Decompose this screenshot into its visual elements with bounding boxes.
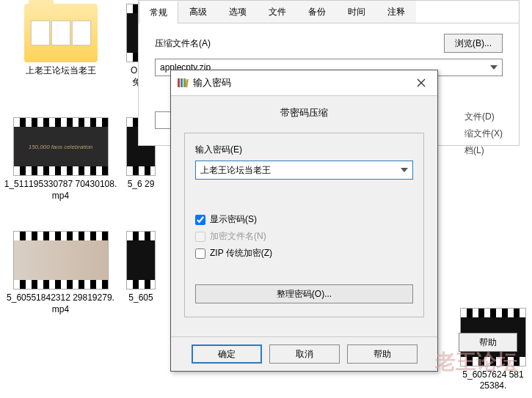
folder-item[interactable]: 上老王论坛当老王	[4, 4, 117, 88]
tab-options[interactable]: 选项	[218, 1, 258, 23]
show-password-checkbox[interactable]	[195, 215, 205, 225]
video-icon	[126, 231, 156, 290]
password-group: 输入密码(E) 显示密码(S) 加密文件名(N) ZIP 传统加密(Z) 整理密…	[184, 133, 424, 317]
dialog-help-button[interactable]: 帮助	[347, 344, 418, 364]
password-label: 输入密码(E)	[195, 144, 413, 156]
item-label: 5_60551842312 29819279.mp4	[4, 292, 117, 315]
cancel-button[interactable]: 取消	[269, 344, 340, 364]
opt-compress: 缩文件(X)	[464, 128, 503, 140]
dialog-title: 输入密码	[193, 76, 407, 89]
close-icon	[417, 78, 426, 87]
zip-legacy-label: ZIP 传统加密(Z)	[210, 247, 272, 259]
books-icon	[177, 77, 189, 89]
show-password-label: 显示密码(S)	[210, 213, 257, 226]
opt-files: 文件(D)	[464, 111, 503, 123]
tab-comment[interactable]: 注释	[376, 1, 416, 23]
close-button[interactable]	[411, 75, 431, 91]
video-icon: 150,000 fans celebration	[13, 117, 109, 176]
tab-files[interactable]: 文件	[258, 1, 297, 23]
opt-archive: 档(L)	[464, 144, 503, 157]
tab-backup[interactable]: 备份	[297, 1, 337, 23]
encrypt-names-checkbox	[195, 232, 205, 242]
organize-passwords-button[interactable]: 整理密码(O)...	[195, 284, 413, 303]
right-options: 文件(D) 缩文件(X) 档(L)	[464, 111, 503, 157]
tab-advanced[interactable]: 高级	[178, 1, 218, 23]
zip-legacy-checkbox[interactable]	[195, 248, 205, 259]
dialog-subtitle: 带密码压缩	[184, 106, 424, 119]
tab-general[interactable]: 常规	[139, 1, 178, 23]
archive-help-button[interactable]: 帮助	[459, 333, 517, 352]
ok-button[interactable]: 确定	[192, 344, 262, 364]
zip-legacy-row[interactable]: ZIP 传统加密(Z)	[195, 247, 413, 259]
svg-rect-0	[178, 78, 180, 87]
folder-icon	[24, 4, 98, 62]
video-item[interactable]: 5_605	[126, 231, 156, 315]
tab-time[interactable]: 时间	[337, 1, 376, 23]
filename-label: 压缩文件名(A)	[155, 37, 211, 50]
video-icon	[13, 231, 109, 290]
dialog-titlebar: 输入密码	[171, 70, 437, 96]
encrypt-names-row: 加密文件名(N)	[195, 230, 413, 243]
encrypt-names-label: 加密文件名(N)	[210, 230, 266, 243]
video-item[interactable]: 5_60551842312 29819279.mp4	[4, 231, 117, 315]
browse-button[interactable]: 浏览(B)...	[444, 34, 503, 53]
password-input[interactable]	[195, 161, 413, 180]
show-password-row[interactable]: 显示密码(S)	[195, 213, 413, 226]
item-label: 5_605	[126, 292, 156, 304]
item-label: 5_6057624 58125384.	[460, 369, 526, 392]
tab-bar: 常规 高级 选项 文件 备份 时间 注释	[139, 1, 519, 23]
svg-rect-1	[181, 78, 183, 87]
password-dialog: 输入密码 带密码压缩 输入密码(E) 显示密码(S) 加密文件名(N) ZIP …	[170, 70, 438, 372]
video-item[interactable]: 150,000 fans celebration 1_511195330787 …	[4, 117, 117, 202]
dialog-footer: 确定 取消 帮助	[171, 336, 437, 371]
item-label: 5_6 29	[126, 179, 156, 191]
item-label: 1_511195330787 70430108.mp4	[4, 179, 117, 202]
item-label: 上老王论坛当老王	[4, 65, 117, 77]
